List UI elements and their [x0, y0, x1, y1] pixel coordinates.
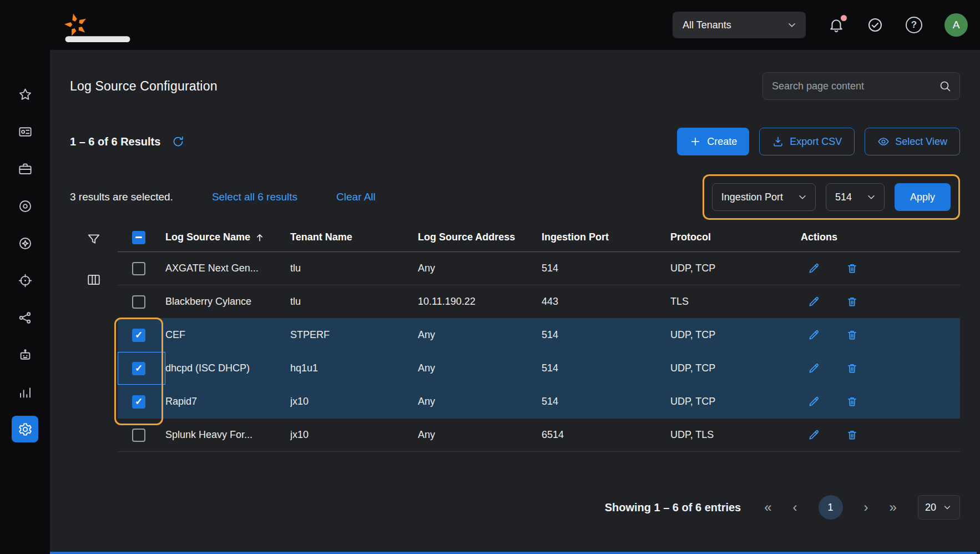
row-checkbox[interactable] [132, 329, 145, 342]
delete-icon[interactable] [846, 295, 858, 308]
delete-icon[interactable] [846, 395, 858, 408]
refresh-icon[interactable] [171, 135, 185, 148]
sidebar-item-favorites[interactable] [12, 81, 38, 108]
table-row[interactable]: Splunk Heavy For... jx10 Any 6514 UDP, T… [118, 419, 960, 452]
sidebar-item-settings[interactable] [12, 416, 38, 442]
last-page-icon[interactable]: » [890, 501, 897, 514]
select-view-label: Select View [895, 136, 947, 148]
current-page-button[interactable]: 1 [819, 495, 843, 520]
first-page-icon[interactable]: « [764, 501, 771, 514]
log-source-address: Any [418, 329, 542, 341]
help-button[interactable]: ? [906, 17, 922, 33]
apply-button[interactable]: Apply [895, 183, 951, 211]
sort-ascending-icon[interactable] [255, 233, 265, 243]
sidebar-item-automation[interactable] [12, 341, 38, 368]
table-gutter [70, 223, 118, 452]
row-checkbox-cell[interactable] [118, 252, 165, 285]
row-checkbox[interactable] [132, 262, 145, 275]
tasks-check-icon[interactable] [867, 17, 883, 33]
row-checkbox[interactable] [132, 395, 145, 409]
prev-page-icon[interactable]: ‹ [793, 501, 797, 514]
chevron-down-icon [796, 191, 809, 203]
row-checkbox[interactable] [132, 362, 145, 375]
tenant-name: hq1u1 [290, 362, 418, 374]
sidebar-item-disc[interactable] [12, 193, 38, 219]
sidebar-item-analytics[interactable] [12, 379, 38, 405]
tenant-name: jx10 [290, 429, 418, 441]
ingestion-port: 514 [542, 362, 670, 374]
notifications-button[interactable] [828, 17, 845, 33]
delete-icon[interactable] [846, 262, 858, 275]
search-icon[interactable] [938, 79, 952, 93]
log-source-name: dhcpd (ISC DHCP) [165, 362, 290, 374]
bulk-value-dropdown[interactable]: 514 [826, 183, 885, 211]
edit-icon[interactable] [807, 329, 820, 341]
table-row[interactable]: Blackberry Cylance tlu 10.11.190.22 443 … [118, 285, 960, 319]
row-checkbox-cell[interactable] [118, 319, 165, 351]
clear-all-link[interactable]: Clear All [336, 191, 376, 203]
select-view-button[interactable]: Select View [865, 128, 960, 155]
bulk-value: 514 [835, 192, 852, 203]
row-checkbox-cell[interactable] [118, 285, 165, 318]
delete-icon[interactable] [846, 329, 858, 341]
plus-icon [689, 135, 701, 148]
row-checkbox[interactable] [132, 295, 145, 309]
sidebar-item-detections[interactable] [12, 267, 38, 294]
columns-icon[interactable] [87, 273, 101, 287]
bulk-field-dropdown[interactable]: Ingestion Port [712, 183, 816, 211]
sidebar-item-correlations[interactable] [12, 304, 38, 331]
tenant-selector[interactable]: All Tenants [673, 12, 806, 38]
edit-icon[interactable] [807, 362, 820, 375]
delete-icon[interactable] [846, 429, 858, 441]
create-button-label: Create [707, 136, 737, 148]
edit-icon[interactable] [807, 395, 820, 408]
log-source-name: Blackberry Cylance [165, 296, 290, 308]
row-checkbox-cell[interactable] [118, 352, 165, 385]
tenant-name: STPERF [290, 329, 418, 341]
search-input[interactable] [772, 80, 938, 92]
table-row[interactable]: dhcpd (ISC DHCP) hq1u1 Any 514 UDP, TCP [118, 352, 960, 385]
table-footer: Showing 1 – 6 of 6 entries « ‹ 1 › » 20 [70, 495, 960, 520]
brand-logo[interactable] [63, 12, 89, 38]
column-header-protocol[interactable]: Protocol [670, 231, 801, 243]
protocol: UDP, TCP [670, 263, 801, 274]
page-size-dropdown[interactable]: 20 [918, 495, 960, 520]
hamburger-menu-icon[interactable] [14, 17, 31, 33]
filter-icon[interactable] [87, 232, 101, 246]
delete-icon[interactable] [846, 362, 858, 375]
sidebar-item-explore[interactable] [12, 230, 38, 256]
table-row[interactable]: AXGATE Next Gen... tlu Any 514 UDP, TCP [118, 252, 960, 285]
log-source-address: Any [418, 362, 542, 374]
ingestion-port: 514 [542, 263, 670, 274]
column-header-log-source-address[interactable]: Log Source Address [418, 231, 542, 243]
app-window: All Tenants ? A [0, 0, 980, 554]
select-all-checkbox-cell[interactable] [118, 223, 165, 251]
user-avatar[interactable]: A [944, 13, 968, 37]
ingestion-port: 514 [542, 329, 670, 341]
network-icon [18, 310, 33, 325]
edit-icon[interactable] [807, 429, 820, 441]
row-checkbox-cell[interactable] [118, 419, 165, 451]
create-button[interactable]: Create [677, 128, 749, 155]
column-header-tenant-name[interactable]: Tenant Name [290, 231, 418, 243]
table-row[interactable]: CEF STPERF Any 514 UDP, TCP [118, 319, 960, 352]
select-all-checkbox[interactable] [132, 231, 145, 244]
column-header-log-source-name[interactable]: Log Source Name [165, 231, 290, 243]
edit-icon[interactable] [807, 262, 820, 275]
row-checkbox[interactable] [132, 429, 145, 442]
edit-icon[interactable] [807, 295, 820, 308]
select-all-link[interactable]: Select all 6 results [212, 191, 297, 203]
row-checkbox-cell[interactable] [118, 385, 165, 418]
compass-icon [18, 236, 33, 251]
eye-icon [877, 135, 890, 148]
column-header-ingestion-port[interactable]: Ingestion Port [542, 231, 670, 243]
chevron-down-icon [786, 19, 798, 31]
left-sidebar [0, 50, 50, 554]
table-row[interactable]: Rapid7 jx10 Any 514 UDP, TCP [118, 385, 960, 419]
sidebar-item-cards[interactable] [12, 118, 38, 145]
help-glyph: ? [911, 19, 917, 31]
sidebar-item-cases[interactable] [12, 155, 38, 182]
next-page-icon[interactable]: › [864, 501, 868, 514]
log-source-name: Rapid7 [165, 396, 290, 407]
export-csv-button[interactable]: Export CSV [759, 128, 855, 155]
